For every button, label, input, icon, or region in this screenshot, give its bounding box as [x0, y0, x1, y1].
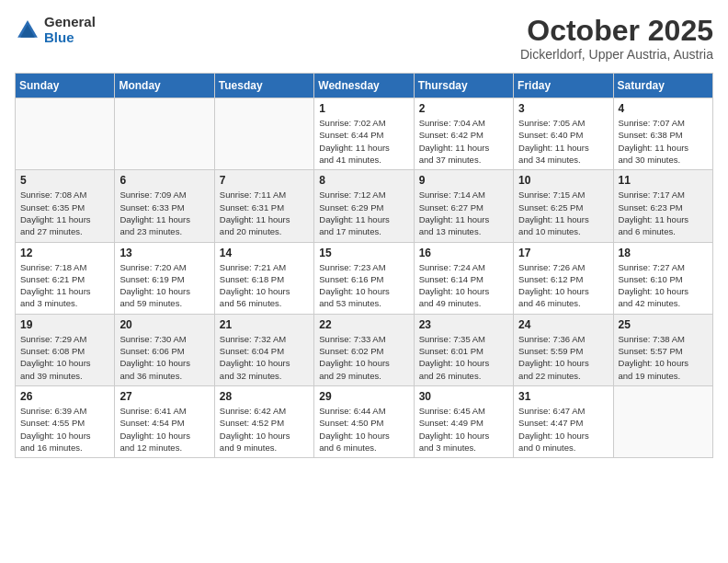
day-info: Sunrise: 6:42 AMSunset: 4:52 PMDaylight:… — [220, 405, 309, 454]
day-number: 8 — [319, 174, 408, 187]
day-number: 21 — [220, 318, 309, 331]
title-block: October 2025 Dickerldorf, Upper Austria,… — [520, 15, 713, 62]
day-number: 22 — [319, 318, 408, 331]
day-info: Sunrise: 7:29 AMSunset: 6:08 PMDaylight:… — [20, 333, 109, 382]
logo-icon — [15, 17, 40, 43]
day-info: Sunrise: 7:20 AMSunset: 6:19 PMDaylight:… — [119, 261, 209, 310]
day-number: 6 — [119, 174, 209, 187]
day-info: Sunrise: 6:39 AMSunset: 4:55 PMDaylight:… — [20, 405, 109, 454]
day-info: Sunrise: 7:08 AMSunset: 6:35 PMDaylight:… — [20, 189, 109, 237]
calendar-day: 25Sunrise: 7:38 AMSunset: 5:57 PMDayligh… — [613, 314, 712, 385]
calendar-day: 2Sunrise: 7:04 AMSunset: 6:42 PMDaylight… — [414, 98, 513, 170]
calendar-day: 6Sunrise: 7:09 AMSunset: 6:33 PMDaylight… — [115, 170, 214, 242]
day-number: 30 — [419, 390, 508, 403]
calendar-day: 20Sunrise: 7:30 AMSunset: 6:06 PMDayligh… — [115, 314, 214, 385]
day-info: Sunrise: 6:44 AMSunset: 4:50 PMDaylight:… — [319, 405, 408, 454]
day-info: Sunrise: 7:26 AMSunset: 6:12 PMDaylight:… — [518, 261, 608, 310]
weekday-header: Saturday — [613, 74, 712, 98]
day-number: 2 — [419, 102, 508, 115]
day-info: Sunrise: 7:18 AMSunset: 6:21 PMDaylight:… — [20, 261, 109, 310]
calendar-day: 17Sunrise: 7:26 AMSunset: 6:12 PMDayligh… — [514, 242, 613, 314]
day-info: Sunrise: 7:35 AMSunset: 6:01 PMDaylight:… — [419, 333, 508, 382]
calendar-day: 30Sunrise: 6:45 AMSunset: 4:49 PMDayligh… — [414, 385, 513, 457]
calendar-day: 18Sunrise: 7:27 AMSunset: 6:10 PMDayligh… — [613, 242, 712, 314]
calendar-week-row: 5Sunrise: 7:08 AMSunset: 6:35 PMDaylight… — [16, 170, 713, 242]
day-number: 31 — [518, 390, 608, 403]
month-title: October 2025 — [520, 15, 713, 47]
calendar-day — [613, 385, 712, 457]
calendar-day: 4Sunrise: 7:07 AMSunset: 6:38 PMDaylight… — [613, 98, 712, 170]
day-number: 10 — [518, 174, 608, 187]
day-number: 4 — [619, 102, 708, 115]
calendar-day: 22Sunrise: 7:33 AMSunset: 6:02 PMDayligh… — [314, 314, 414, 385]
day-number: 24 — [518, 318, 608, 331]
logo-blue: Blue — [44, 30, 96, 46]
calendar-day: 10Sunrise: 7:15 AMSunset: 6:25 PMDayligh… — [514, 170, 613, 242]
day-info: Sunrise: 7:30 AMSunset: 6:06 PMDaylight:… — [119, 333, 209, 382]
calendar-day — [16, 98, 115, 170]
weekday-header: Monday — [115, 74, 214, 98]
calendar-day: 24Sunrise: 7:36 AMSunset: 5:59 PMDayligh… — [514, 314, 613, 385]
day-number: 28 — [220, 390, 309, 403]
weekday-header-row: SundayMondayTuesdayWednesdayThursdayFrid… — [16, 74, 713, 98]
calendar-day: 19Sunrise: 7:29 AMSunset: 6:08 PMDayligh… — [16, 314, 115, 385]
calendar-day: 11Sunrise: 7:17 AMSunset: 6:23 PMDayligh… — [613, 170, 712, 242]
day-number: 12 — [20, 247, 109, 259]
day-info: Sunrise: 7:09 AMSunset: 6:33 PMDaylight:… — [119, 189, 209, 237]
day-number: 16 — [419, 247, 508, 259]
day-number: 25 — [619, 318, 708, 331]
day-info: Sunrise: 7:12 AMSunset: 6:29 PMDaylight:… — [319, 189, 408, 237]
day-info: Sunrise: 7:23 AMSunset: 6:16 PMDaylight:… — [319, 261, 408, 310]
day-info: Sunrise: 7:33 AMSunset: 6:02 PMDaylight:… — [319, 333, 408, 382]
weekday-header: Sunday — [16, 74, 115, 98]
day-number: 26 — [20, 390, 109, 403]
day-info: Sunrise: 7:24 AMSunset: 6:14 PMDaylight:… — [419, 261, 508, 310]
day-info: Sunrise: 7:15 AMSunset: 6:25 PMDaylight:… — [518, 189, 608, 237]
day-info: Sunrise: 6:41 AMSunset: 4:54 PMDaylight:… — [119, 405, 209, 454]
day-number: 20 — [119, 318, 209, 331]
calendar-day: 14Sunrise: 7:21 AMSunset: 6:18 PMDayligh… — [214, 242, 313, 314]
day-number: 19 — [20, 318, 109, 331]
logo: General Blue — [15, 15, 96, 45]
day-number: 15 — [319, 247, 408, 259]
day-info: Sunrise: 7:05 AMSunset: 6:40 PMDaylight:… — [518, 117, 608, 166]
day-info: Sunrise: 7:04 AMSunset: 6:42 PMDaylight:… — [419, 117, 508, 166]
day-number: 5 — [20, 174, 109, 187]
calendar-day: 7Sunrise: 7:11 AMSunset: 6:31 PMDaylight… — [214, 170, 313, 242]
day-number: 13 — [119, 247, 209, 259]
weekday-header: Wednesday — [314, 74, 414, 98]
day-info: Sunrise: 7:36 AMSunset: 5:59 PMDaylight:… — [518, 333, 608, 382]
calendar-day: 29Sunrise: 6:44 AMSunset: 4:50 PMDayligh… — [314, 385, 414, 457]
calendar-day: 8Sunrise: 7:12 AMSunset: 6:29 PMDaylight… — [314, 170, 414, 242]
day-number: 7 — [220, 174, 309, 187]
calendar-day: 31Sunrise: 6:47 AMSunset: 4:47 PMDayligh… — [514, 385, 613, 457]
calendar-table: SundayMondayTuesdayWednesdayThursdayFrid… — [15, 73, 713, 458]
day-number: 23 — [419, 318, 508, 331]
day-info: Sunrise: 7:21 AMSunset: 6:18 PMDaylight:… — [220, 261, 309, 310]
location: Dickerldorf, Upper Austria, Austria — [520, 47, 713, 62]
day-number: 17 — [518, 247, 608, 259]
weekday-header: Tuesday — [214, 74, 313, 98]
day-info: Sunrise: 7:17 AMSunset: 6:23 PMDaylight:… — [619, 189, 708, 237]
day-info: Sunrise: 7:02 AMSunset: 6:44 PMDaylight:… — [319, 117, 408, 166]
calendar-day: 1Sunrise: 7:02 AMSunset: 6:44 PMDaylight… — [314, 98, 414, 170]
calendar-day — [214, 98, 313, 170]
calendar-day — [115, 98, 214, 170]
logo-text: General Blue — [44, 15, 96, 45]
day-number: 14 — [220, 247, 309, 259]
day-info: Sunrise: 7:07 AMSunset: 6:38 PMDaylight:… — [619, 117, 708, 166]
day-info: Sunrise: 6:47 AMSunset: 4:47 PMDaylight:… — [518, 405, 608, 454]
calendar-week-row: 19Sunrise: 7:29 AMSunset: 6:08 PMDayligh… — [16, 314, 713, 385]
day-info: Sunrise: 6:45 AMSunset: 4:49 PMDaylight:… — [419, 405, 508, 454]
weekday-header: Thursday — [414, 74, 513, 98]
calendar-week-row: 12Sunrise: 7:18 AMSunset: 6:21 PMDayligh… — [16, 242, 713, 314]
day-number: 18 — [619, 247, 708, 259]
calendar-day: 9Sunrise: 7:14 AMSunset: 6:27 PMDaylight… — [414, 170, 513, 242]
calendar-day: 3Sunrise: 7:05 AMSunset: 6:40 PMDaylight… — [514, 98, 613, 170]
calendar-day: 13Sunrise: 7:20 AMSunset: 6:19 PMDayligh… — [115, 242, 214, 314]
weekday-header: Friday — [514, 74, 613, 98]
day-number: 3 — [518, 102, 608, 115]
calendar-day: 5Sunrise: 7:08 AMSunset: 6:35 PMDaylight… — [16, 170, 115, 242]
calendar-day: 28Sunrise: 6:42 AMSunset: 4:52 PMDayligh… — [214, 385, 313, 457]
day-info: Sunrise: 7:32 AMSunset: 6:04 PMDaylight:… — [220, 333, 309, 382]
